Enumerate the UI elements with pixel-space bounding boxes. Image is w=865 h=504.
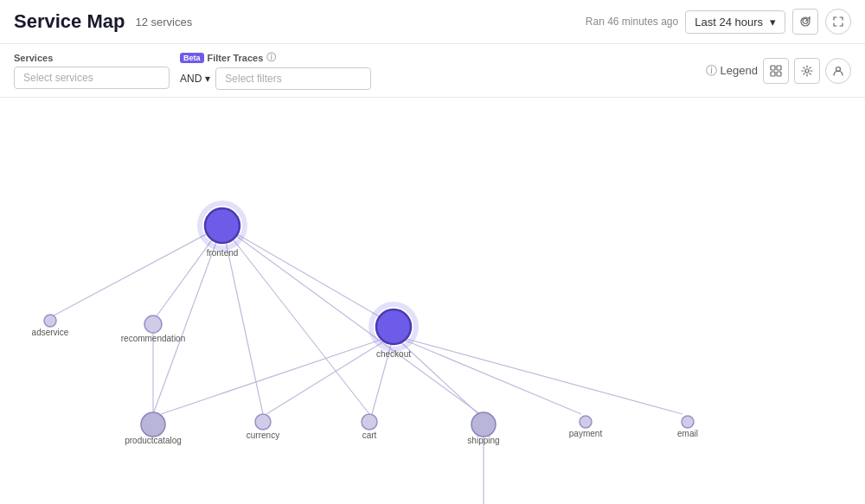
svg-line-14	[266, 335, 394, 414]
svg-line-8	[222, 226, 381, 317]
info-icon: ⓘ	[266, 51, 276, 64]
node-cart[interactable]	[362, 414, 377, 430]
node-currency[interactable]	[255, 414, 271, 430]
service-map-area[interactable]: frontend adservice recommendation checko…	[0, 98, 865, 504]
label-recommendation: recommendation	[121, 334, 185, 343]
services-filter-group: Services Select services	[14, 53, 170, 89]
filters-bar: Services Select services Beta Filter Tra…	[0, 44, 865, 98]
label-adservice: adservice	[32, 328, 69, 337]
refresh-button[interactable]	[792, 9, 818, 35]
label-email: email	[677, 429, 698, 438]
label-checkout: checkout	[376, 349, 411, 359]
filter-traces-text: Filter Traces	[208, 53, 264, 63]
svg-rect-3	[777, 72, 781, 76]
page-title: Service Map	[14, 10, 125, 33]
time-range-select[interactable]: Last 24 hours ▾	[685, 10, 785, 34]
svg-line-12	[222, 226, 480, 414]
node-frontend[interactable]	[205, 208, 240, 243]
chevron-down-icon: ▾	[205, 73, 210, 85]
toolbar-icons: ⓘ Legend	[706, 58, 851, 84]
services-select[interactable]: Select services	[14, 67, 170, 89]
header-right: Ran 46 minutes ago Last 24 hours ▾	[586, 9, 851, 35]
and-operator-select[interactable]: AND ▾	[180, 73, 210, 85]
settings-button[interactable]	[794, 58, 820, 84]
node-email[interactable]	[682, 416, 694, 428]
services-label: Services	[14, 53, 170, 63]
svg-line-6	[54, 226, 222, 316]
traces-filter-select[interactable]: Select filters	[215, 67, 371, 90]
svg-line-13	[161, 335, 394, 414]
services-count: 12 services	[135, 16, 192, 29]
layout-button[interactable]	[763, 58, 789, 84]
node-shipping[interactable]	[471, 412, 496, 437]
user-button[interactable]	[825, 58, 851, 84]
ran-time: Ran 46 minutes ago	[586, 16, 678, 28]
svg-line-18	[394, 335, 682, 414]
label-productcatalog: productcatalog	[125, 436, 182, 445]
label-payment: payment	[569, 429, 603, 438]
node-recommendation[interactable]	[144, 316, 162, 333]
info-circle-icon: ⓘ	[706, 63, 717, 79]
chevron-down-icon: ▾	[770, 16, 776, 29]
legend-button[interactable]: ⓘ Legend	[706, 63, 758, 79]
header: Service Map 12 services Ran 46 minutes a…	[0, 0, 865, 44]
service-map-svg: frontend adservice recommendation checko…	[0, 98, 865, 504]
label-currency: currency	[247, 431, 279, 440]
label-frontend: frontend	[207, 248, 239, 258]
node-productcatalog[interactable]	[141, 412, 165, 437]
edges-group	[54, 226, 682, 504]
label-cart: cart	[362, 431, 377, 440]
svg-rect-2	[771, 72, 775, 76]
fullscreen-button[interactable]	[825, 9, 851, 35]
filter-traces-group: Beta Filter Traces ⓘ AND ▾ Select filter…	[180, 51, 371, 90]
node-checkout[interactable]	[376, 309, 411, 344]
node-payment[interactable]	[580, 416, 592, 428]
label-shipping: shipping	[467, 436, 499, 445]
svg-rect-1	[777, 66, 781, 70]
svg-point-4	[805, 69, 809, 73]
node-adservice[interactable]	[44, 315, 56, 327]
filter-traces-label-row: Beta Filter Traces ⓘ	[180, 51, 371, 64]
beta-badge: Beta	[180, 53, 204, 63]
svg-rect-0	[771, 66, 775, 70]
svg-line-17	[394, 335, 581, 414]
